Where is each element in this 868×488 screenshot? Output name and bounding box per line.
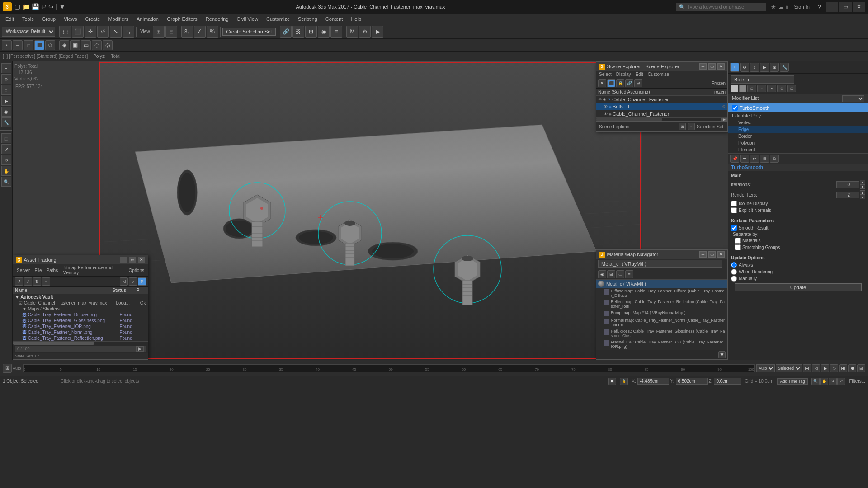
prev-frame-btn[interactable]: ◁ [812,364,820,372]
at-paths-menu[interactable]: Paths [45,268,60,273]
ts-explicit-label[interactable]: Explicit Normals [739,208,771,213]
mn-tb3[interactable]: ▭ [616,270,624,278]
ts-materials-check[interactable] [735,238,741,244]
schematic-btn[interactable]: ⊞ [305,26,317,38]
rotate-btn[interactable]: ↺ [97,26,109,38]
at-tb2[interactable]: ⤢ [24,277,32,286]
ts-iter-down[interactable]: ▼ [860,184,865,189]
se-minimize-btn[interactable]: ─ [699,63,707,70]
se-footer-btn1[interactable]: ⊞ [679,123,686,130]
panel-create-btn[interactable]: + [730,63,739,72]
mod-polygon[interactable]: Polygon [728,140,868,146]
se-footer-label[interactable]: Scene Explorer [599,124,630,129]
render-setup-btn[interactable]: ⚙ [359,26,371,38]
mn-tb1[interactable]: ◉ [598,270,606,278]
se-close-sel-btn[interactable]: ✕ [598,79,606,87]
create-tool[interactable]: + [1,63,11,73]
vp-orbit-btn[interactable]: ↺ [829,378,837,385]
ts-smoothgroups-check[interactable] [735,244,741,250]
at-path-btn[interactable]: P [138,277,146,286]
menu-animation[interactable]: Animation [133,15,162,23]
open-btn[interactable]: 📁 [22,3,30,10]
mn-search-input[interactable] [598,260,722,268]
vp-zoom-btn[interactable]: 🔍 [811,378,820,385]
selection-dropdown[interactable]: Selected [776,364,802,372]
stack-pin-btn[interactable]: 📌 [730,155,739,163]
stack-delete-btn[interactable]: 🗑 [760,155,769,163]
obj-btn1[interactable]: ⊞ [747,85,756,92]
se-display-menu[interactable]: Display [616,72,631,77]
menu-graph-editors[interactable]: Graph Editors [163,15,201,23]
menu-create[interactable]: Create [81,15,104,23]
mn-item-reflect[interactable]: Reflect map: Cable_Tray_Fastener_Reflect… [596,299,727,310]
fence-btn[interactable]: ▭ [81,40,91,50]
ts-render-iters-input[interactable] [836,192,859,198]
se-expand1[interactable]: ▼ [607,97,611,102]
select-btn[interactable]: ⬚ [59,26,71,38]
material-editor-btn[interactable]: M [346,26,358,38]
set-keys-btn[interactable]: ⊞ [3,364,12,373]
se-select-menu[interactable]: Select [599,72,612,77]
utility-tool[interactable]: 🔧 [1,117,11,127]
ts-render-iter-down[interactable]: ▼ [860,195,865,199]
at-hscroll[interactable] [13,341,148,345]
undo-btn[interactable]: ↩ [41,3,47,10]
stack-copy-btn[interactable]: ⧉ [770,155,779,163]
obj-btn5[interactable]: ⊟ [787,85,796,92]
animation-mode-dropdown[interactable]: Auto [756,364,775,372]
arc-rotate[interactable]: ↺ [1,155,11,165]
at-row-ior[interactable]: 🖼 Cable_Tray_Fastener_IOR.png Found [13,324,148,329]
mod-editable-poly[interactable]: Editable Poly [728,112,868,119]
unlink-btn[interactable]: ⛓ [292,26,304,38]
ts-update-btn[interactable]: Update [735,283,862,291]
at-minimize-btn[interactable]: ─ [120,257,127,263]
menu-group[interactable]: Group [38,15,60,23]
se-more-btn[interactable]: ⊞ [634,79,642,87]
hierarchy-tool[interactable]: ↕ [1,85,11,95]
se-row-channel[interactable]: 👁 ◈ ▼ Cable_Channel_Fastener [596,96,727,103]
ts-iter-up[interactable]: ▲ [860,180,865,184]
se-filter-btn[interactable]: ⬛ [607,79,615,87]
display-tool[interactable]: ◉ [1,107,11,117]
at-tb3[interactable]: ⇅ [33,277,41,286]
add-time-tag-btn[interactable]: Add Time Tag [777,378,808,385]
at-tb1[interactable]: ↺ [15,277,23,286]
scale-btn[interactable]: ⤡ [110,26,122,38]
goto-end-btn[interactable]: ⏭ [839,364,847,372]
at-close-btn[interactable]: ✕ [138,257,145,263]
obj-btn2[interactable]: ≡ [757,85,766,92]
ts-always-radio[interactable] [731,262,737,268]
status-lock-btn[interactable]: 🔒 [620,378,628,385]
se-hscroll[interactable]: ▶ [596,117,727,121]
menu-rendering[interactable]: Rendering [202,15,232,23]
record-btn[interactable]: ⏺ [848,364,856,372]
menu-edit[interactable]: Edit [2,15,18,23]
select-tool[interactable]: ⬚ [1,133,11,143]
menu-civil-view[interactable]: Civil View [233,15,262,23]
motion-tool[interactable]: ▶ [1,96,11,106]
ts-smoothgroups-label[interactable]: Smoothing Groups [742,245,780,250]
select-region-btn[interactable]: ⬛ [72,26,84,38]
menu-content[interactable]: Content [322,15,347,23]
subobj-btn5[interactable]: ⬡ [45,40,55,50]
mn-item-diffuse[interactable]: Diffuse map: Cable_Tray_Fastner_Diffuse … [596,288,727,299]
ts-smooth-check[interactable] [731,225,737,231]
display-btn[interactable]: ◉ [318,26,330,38]
at-prev-btn[interactable]: ◁ [120,277,128,286]
redo-btn[interactable]: ↪ [48,3,54,10]
at-row-vault[interactable]: ▼ Autodesk Vault [13,294,148,300]
mn-tb2[interactable]: ⊞ [607,270,615,278]
mirror-btn[interactable]: ⇆ [123,26,134,38]
menu-help[interactable]: Help [347,15,365,23]
subobj-btn3[interactable]: ◻ [24,40,33,50]
se-close-btn[interactable]: ✕ [717,63,725,70]
mn-item-material[interactable]: Metal_c ( VRayMtl ) [596,280,727,288]
time-config-btn[interactable]: ⊞ [857,364,865,372]
at-tb4[interactable]: ≡ [42,277,50,286]
filters-btn[interactable]: Filters... [849,379,865,384]
se-maximize-btn[interactable]: ▭ [708,63,716,70]
status-snap-btn[interactable]: 🔲 [608,378,616,385]
at-options-menu[interactable]: Options [127,268,146,273]
mod-turbosmooth[interactable]: TurboSmooth [728,103,868,112]
at-maximize-btn[interactable]: ▭ [129,257,136,263]
